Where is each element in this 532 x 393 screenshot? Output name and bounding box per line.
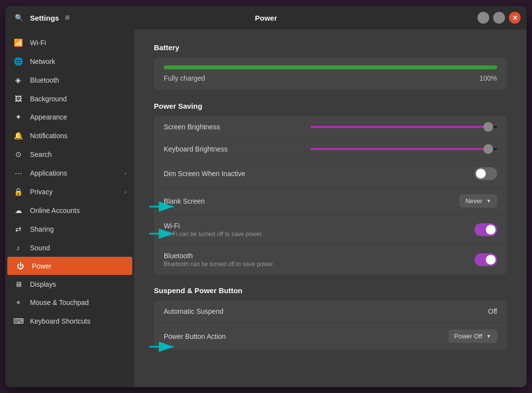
sidebar-item-appearance[interactable]: ✦Appearance xyxy=(5,108,134,126)
wifi-power-sublabel: Wi-Fi can be turned off to save power. xyxy=(164,231,263,238)
wifi-power-row: Wi-Fi Wi-Fi can be turned off to save po… xyxy=(154,215,507,245)
maximize-button[interactable]: □ xyxy=(493,12,505,24)
keyboard-brightness-label: Keyboard Brightness xyxy=(164,145,228,153)
sidebar-item-displays[interactable]: 🖥Displays xyxy=(5,275,134,293)
wifi-power-label-wrap: Wi-Fi Wi-Fi can be turned off to save po… xyxy=(164,222,263,238)
content-area: 📶Wi-Fi🌐Network◈Bluetooth🖼Background✦Appe… xyxy=(5,30,527,387)
sidebar-item-sharing[interactable]: ⇄Sharing xyxy=(5,220,134,239)
auto-suspend-row[interactable]: Automatic Suspend Off xyxy=(154,301,507,323)
battery-bar-wrap xyxy=(164,65,497,69)
screen-brightness-track xyxy=(310,126,497,128)
sidebar-label-mouse: Mouse & Touchpad xyxy=(30,299,89,306)
sidebar-label-wifi: Wi-Fi xyxy=(30,39,46,47)
suspend-section-title: Suspend & Power Button xyxy=(154,286,507,295)
app-title: Settings xyxy=(30,14,59,22)
sidebar-label-online-accounts: Online Accounts xyxy=(30,207,80,214)
blank-screen-value: Never xyxy=(465,197,482,205)
keyboard-brightness-slider-wrap xyxy=(310,148,497,150)
sidebar-item-wifi[interactable]: 📶Wi-Fi xyxy=(5,33,134,52)
chevron-right-icon: › xyxy=(124,189,126,195)
menu-icon: ≡ xyxy=(65,13,69,22)
sidebar-label-power: Power xyxy=(32,262,52,270)
sidebar-item-background[interactable]: 🖼Background xyxy=(5,90,134,108)
applications-icon: ⋯ xyxy=(13,169,23,178)
battery-info: Fully charged 100% xyxy=(164,74,497,82)
sidebar: 📶Wi-Fi🌐Network◈Bluetooth🖼Background✦Appe… xyxy=(5,30,134,387)
sidebar-item-bluetooth[interactable]: ◈Bluetooth xyxy=(5,71,134,90)
power-button-label: Power Button Action xyxy=(164,333,226,340)
sidebar-label-appearance: Appearance xyxy=(30,113,67,121)
blank-screen-row: Blank Screen Never ▼ xyxy=(154,187,507,215)
sidebar-item-privacy[interactable]: 🔒Privacy› xyxy=(5,182,134,201)
sidebar-item-network[interactable]: 🌐Network xyxy=(5,52,134,71)
chevron-down-icon: ▼ xyxy=(486,198,491,204)
keyboard-brightness-row: Keyboard Brightness xyxy=(154,138,507,160)
keyboard-brightness-fill xyxy=(310,148,488,150)
screen-brightness-row: Screen Brightness xyxy=(154,116,507,138)
minimize-button[interactable]: — xyxy=(477,12,489,24)
main-content: Battery Fully charged 100% Power Saving xyxy=(134,30,527,375)
search-icon: ⊙ xyxy=(13,150,23,159)
auto-suspend-label: Automatic Suspend xyxy=(164,307,223,315)
blank-screen-dropdown[interactable]: Never ▼ xyxy=(459,194,497,208)
battery-card: Fully charged 100% xyxy=(154,58,507,90)
background-icon: 🖼 xyxy=(13,94,23,103)
dim-screen-label: Dim Screen When Inactive xyxy=(164,170,245,178)
battery-status: Fully charged xyxy=(164,74,205,82)
sidebar-label-network: Network xyxy=(30,58,55,65)
sidebar-label-search: Search xyxy=(30,151,52,158)
close-button[interactable]: ✕ xyxy=(509,12,521,24)
bluetooth-power-toggle[interactable] xyxy=(474,253,497,266)
battery-percent: 100% xyxy=(479,74,497,82)
battery-bar xyxy=(164,65,497,69)
sharing-icon: ⇄ xyxy=(13,225,23,234)
sidebar-item-notifications[interactable]: 🔔Notifications xyxy=(5,126,134,145)
notifications-icon: 🔔 xyxy=(13,131,23,140)
bluetooth-icon: ◈ xyxy=(13,76,23,85)
power-button-dropdown[interactable]: Power Off ▼ xyxy=(448,330,497,343)
wifi-power-label: Wi-Fi xyxy=(164,222,263,230)
sidebar-item-applications[interactable]: ⋯Applications› xyxy=(5,164,134,182)
network-icon: 🌐 xyxy=(13,57,23,66)
sidebar-label-displays: Displays xyxy=(30,280,56,288)
bluetooth-power-sublabel: Bluetooth can be turned off to save powe… xyxy=(164,261,274,268)
bluetooth-power-label-wrap: Bluetooth Bluetooth can be turned off to… xyxy=(164,252,274,268)
search-icon: 🔍 xyxy=(15,14,23,22)
power-saving-card: Screen Brightness Keyboard Brightness xyxy=(154,116,507,274)
wifi-power-toggle-thumb xyxy=(486,225,496,235)
screen-brightness-thumb[interactable] xyxy=(483,122,493,132)
dim-screen-toggle[interactable] xyxy=(474,167,497,180)
sidebar-item-online-accounts[interactable]: ☁Online Accounts xyxy=(5,201,134,220)
window-controls: — □ ✕ xyxy=(477,12,521,24)
wifi-icon: 📶 xyxy=(13,38,23,47)
titlebar-search-button[interactable]: 🔍 xyxy=(11,10,26,25)
menu-button[interactable]: ≡ xyxy=(63,11,71,24)
appearance-icon: ✦ xyxy=(13,113,23,121)
sidebar-label-applications: Applications xyxy=(30,169,67,177)
chevron-right-icon: › xyxy=(124,170,126,176)
battery-section-title: Battery xyxy=(154,43,507,52)
sidebar-item-sound[interactable]: ♪Sound xyxy=(5,239,134,257)
sidebar-item-search[interactable]: ⊙Search xyxy=(5,145,134,164)
keyboard-icon: ⌨ xyxy=(13,317,23,326)
power-off-chevron-icon: ▼ xyxy=(486,333,491,339)
bluetooth-power-label: Bluetooth xyxy=(164,252,274,260)
sidebar-label-bluetooth: Bluetooth xyxy=(30,76,59,84)
displays-icon: 🖥 xyxy=(13,280,23,288)
minimize-icon: — xyxy=(481,15,486,21)
keyboard-brightness-thumb[interactable] xyxy=(483,144,493,154)
screen-brightness-fill xyxy=(310,126,488,128)
screen-brightness-slider-wrap xyxy=(310,126,497,128)
window-title: Power xyxy=(255,14,277,22)
settings-window: 🔍 Settings ≡ Power — □ ✕ 📶Wi-Fi🌐Network◈… xyxy=(5,6,527,387)
sidebar-label-notifications: Notifications xyxy=(30,132,67,140)
sidebar-item-power[interactable]: ⏻Power xyxy=(7,257,132,275)
sidebar-item-mouse[interactable]: ⌖Mouse & Touchpad xyxy=(5,293,134,312)
auto-suspend-value: Off xyxy=(488,307,497,315)
dim-screen-row: Dim Screen When Inactive xyxy=(154,160,507,187)
wifi-power-toggle[interactable] xyxy=(474,223,497,236)
sidebar-item-keyboard[interactable]: ⌨Keyboard Shortcuts xyxy=(5,312,134,331)
power-button-value: Power Off xyxy=(454,333,483,340)
sound-icon: ♪ xyxy=(13,243,23,252)
sidebar-label-sound: Sound xyxy=(30,244,50,252)
